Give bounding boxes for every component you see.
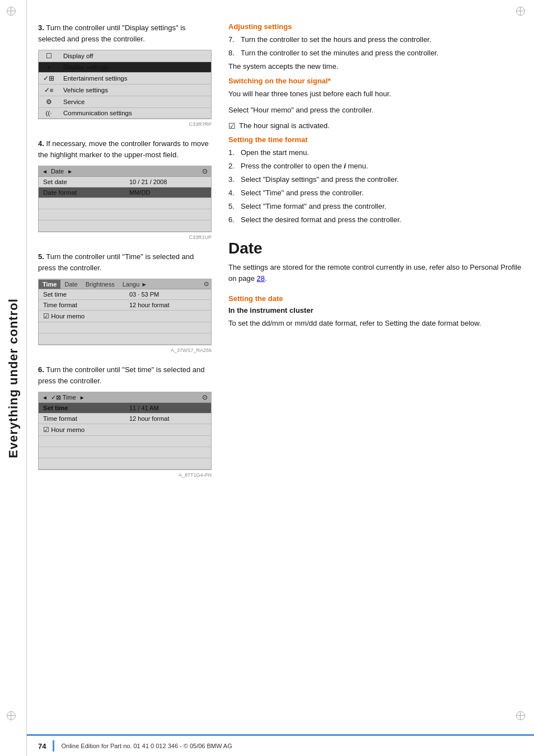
menu-table: ☐ Display off ▪ Display settings ✓⊞ Ente…: [39, 50, 211, 119]
menu-item-service: ⚙ Service: [39, 96, 211, 108]
screenshot1-label: C33R7RP: [38, 121, 212, 127]
date-header: ◄ Date ► ⊙: [39, 166, 211, 177]
step-6-number: 6.: [38, 365, 44, 374]
step-4-text: 4. If necessary, move the controller for…: [38, 138, 212, 160]
step-5-text: 5. Turn the controller until "Time" is s…: [38, 251, 212, 273]
tf-step-6: 6. Select the desired format and press t…: [228, 214, 523, 226]
time-row-hourmemo: ☑ Hour memo: [39, 311, 211, 322]
setting-date-heading: Setting the date: [228, 294, 523, 303]
menu-item-vehicle: ✓≡ Vehicle settings: [39, 84, 211, 96]
menu-item-entertainment: ✓⊞ Entertainment settings: [39, 73, 211, 84]
hour-signal-confirm-text: The hour signal is activated.: [239, 120, 330, 132]
section-time-format: Setting the time format 1. Open the star…: [228, 135, 523, 226]
step-7-text: Turn the controller to set the hours and…: [241, 34, 432, 45]
date-heading: Date: [228, 240, 523, 257]
tab-date: Date: [60, 280, 81, 289]
step-5-content: Turn the controller until "Time" is sele…: [38, 252, 194, 272]
adjusting-heading: Adjusting settings: [228, 22, 523, 31]
time-settings-table: Set time 03 · 53 PM Time format 12 hour …: [39, 289, 211, 345]
step-4-number: 4.: [38, 139, 44, 148]
date-table: Set date 10 / 21 / 2008 Date format MM/D…: [39, 177, 211, 232]
tab-brightness: Brightness: [82, 280, 119, 289]
side-label: Everything under control: [0, 0, 27, 756]
in-cluster-heading: In the instrument cluster: [228, 306, 523, 314]
footer-separator: [53, 740, 54, 752]
right-column: Adjusting settings 7. Turn the controlle…: [228, 22, 523, 489]
chapter-title: Everything under control: [6, 298, 21, 458]
step-3-content: Turn the controller until "Display setti…: [38, 24, 186, 43]
step-8-text: Turn the controller to set the minutes a…: [241, 48, 439, 59]
footer-text: Online Edition for Part no. 01 41 0 012 …: [61, 743, 232, 749]
time-set-screenshot: ◄ ✓⊠ Time ► ⊙ Set time 11 / 41 AM Time f…: [38, 392, 212, 470]
step-4-content: If necessary, move the controller forwar…: [38, 139, 209, 159]
tf-step-3: 3. Select "Display settings" and press t…: [228, 174, 523, 185]
step-5: 5. Turn the controller until "Time" is s…: [38, 251, 212, 353]
date-screenshot: ◄ Date ► ⊙ Set date 10 / 21 / 2008 Date …: [38, 166, 212, 232]
hour-signal-intro: You will hear three tones just before ea…: [228, 88, 523, 100]
screenshot3-label: A_37WS7_RA256: [38, 348, 212, 353]
time-row-settime: Set time 03 · 53 PM: [39, 289, 211, 300]
menu-item-display-off: ☐ Display off: [39, 50, 211, 62]
tf-step-1: 1. Open the start menu.: [228, 147, 523, 158]
hour-signal-instruction: Select "Hour memo" and press the control…: [228, 105, 523, 116]
in-cluster-text: To set the dd/mm or mm/dd date format, r…: [228, 318, 523, 329]
tf-step-4: 4. Select "Time" and press the controlle…: [228, 187, 523, 199]
step-3-number: 3.: [38, 24, 44, 32]
time-set-table: Set time 11 / 41 AM Time format 12 hour …: [39, 403, 211, 469]
step-3: 3. Turn the controller until "Display se…: [38, 22, 212, 127]
time-tab-screenshot: Time Date Brightness Langu ► ⊙ Set time …: [38, 279, 212, 345]
left-column: 3. Turn the controller until "Display se…: [38, 22, 212, 489]
timeset-row-settime: Set time 11 / 41 AM: [39, 403, 211, 414]
hour-signal-confirm: ☑ The hour signal is activated.: [228, 120, 523, 132]
page-link[interactable]: 28: [257, 274, 265, 283]
step-5-number: 5.: [38, 252, 44, 261]
checkmark-icon: ☑: [228, 120, 236, 132]
timeset-row-hourmemo: ☑ Hour memo: [39, 424, 211, 436]
page-number: 74: [38, 742, 46, 750]
corner-mark-tr: [516, 7, 527, 18]
step-6: 6. Turn the controller until "Set time" …: [38, 364, 212, 478]
step-6-content: Turn the controller until "Set time" is …: [38, 365, 205, 385]
tf-step-5: 5. Select "Time format" and press the co…: [228, 201, 523, 212]
time-format-heading: Setting the time format: [228, 135, 523, 144]
menu-item-communication: ((· Communication settings: [39, 108, 211, 119]
system-note: The system accepts the new time.: [228, 61, 523, 72]
menu-item-display-settings: ▪ Display settings: [39, 62, 211, 73]
hour-signal-heading: Switching on the hour signal*: [228, 77, 523, 85]
time-row-format: Time format 12 hour format: [39, 300, 211, 311]
section-adjusting: Adjusting settings 7. Turn the controlle…: [228, 22, 523, 72]
tab-time: Time: [39, 280, 60, 289]
date-row-format: Date format MM/DD: [39, 187, 211, 198]
tab-icon: ⊙: [202, 279, 211, 289]
section-date: Date The settings are stored for the rem…: [228, 240, 523, 329]
section-hour-signal: Switching on the hour signal* You will h…: [228, 77, 523, 132]
step-8: 8. Turn the controller to set the minute…: [228, 48, 523, 59]
tf-step-2: 2. Press the controller to open the i me…: [228, 161, 523, 172]
time-set-header: ◄ ✓⊠ Time ► ⊙: [39, 392, 211, 403]
page-footer: 74 Online Edition for Part no. 01 41 0 0…: [27, 734, 534, 756]
step-4: 4. If necessary, move the controller for…: [38, 138, 212, 240]
step-8-num: 8.: [228, 48, 238, 59]
screenshot2-label: C33R1UP: [38, 234, 212, 240]
step-7: 7. Turn the controller to set the hours …: [228, 34, 523, 45]
step-7-num: 7.: [228, 34, 238, 45]
timeset-row-format: Time format 12 hour format: [39, 414, 211, 424]
display-settings-screenshot: ☐ Display off ▪ Display settings ✓⊞ Ente…: [38, 50, 212, 119]
date-body: The settings are stored for the remote c…: [228, 262, 523, 284]
tab-language: Langu ►: [119, 280, 152, 289]
time-tabs: Time Date Brightness Langu ► ⊙: [39, 279, 211, 289]
screenshot4-label: A_87T1G4-PH: [38, 472, 212, 478]
corner-mark-br: [516, 711, 527, 722]
date-row-setdate: Set date 10 / 21 / 2008: [39, 177, 211, 187]
step-6-text: 6. Turn the controller until "Set time" …: [38, 364, 212, 386]
step-3-text: 3. Turn the controller until "Display se…: [38, 22, 212, 44]
